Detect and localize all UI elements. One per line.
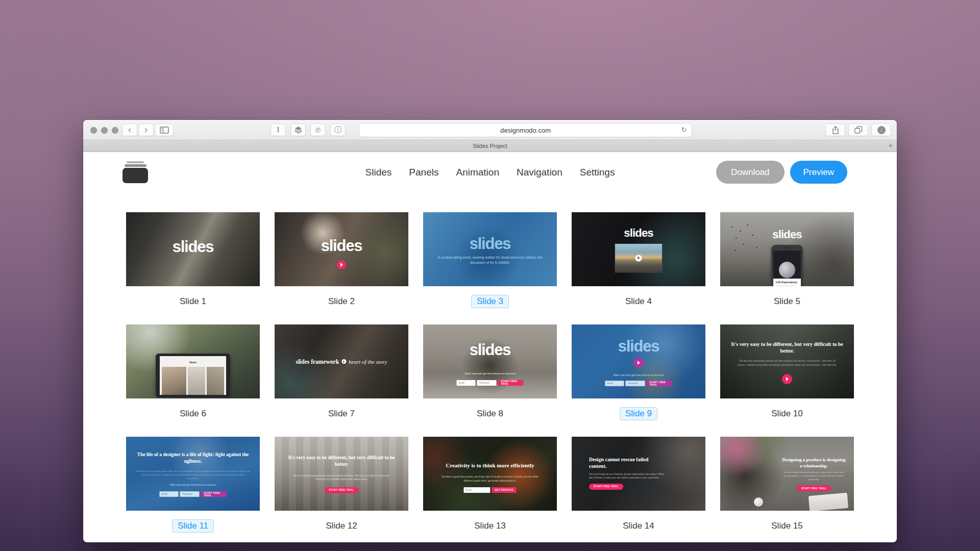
- tablet-screen: Ideas: [160, 356, 226, 395]
- slide-12-label[interactable]: Slide 12: [320, 519, 362, 533]
- pinterest-extension-button[interactable]: ℗: [311, 124, 325, 136]
- sidebar-toggle-button[interactable]: [155, 124, 173, 136]
- slide-2-thumbnail[interactable]: slides: [275, 212, 408, 286]
- slide-6-thumbnail[interactable]: Ideas: [126, 324, 260, 398]
- download-button[interactable]: Download: [716, 161, 785, 184]
- slide-headline: The life of a designer is a life of figh…: [134, 452, 252, 465]
- layers-extension-button[interactable]: [291, 124, 305, 136]
- pinterest-icon: ℗: [315, 126, 321, 134]
- slides-grid: slides Slide 1 slides Slide 2 slides In …: [126, 212, 854, 533]
- serif-i-icon: I: [277, 126, 280, 134]
- slide-15-label[interactable]: Slide 15: [766, 519, 808, 533]
- back-button[interactable]: ‹: [122, 124, 137, 136]
- window-controls: [90, 127, 118, 134]
- slide-10-label[interactable]: Slide 10: [766, 407, 808, 420]
- slide-11-label[interactable]: Slide 11: [172, 519, 214, 533]
- slide-8-thumbnail[interactable]: slides Start now and get free bonus on a…: [423, 324, 557, 398]
- reader-extension-button[interactable]: I: [271, 124, 285, 136]
- downloads-button[interactable]: ↓: [872, 124, 891, 136]
- close-window-button[interactable]: [90, 127, 97, 134]
- zoom-window-button[interactable]: [112, 127, 118, 134]
- share-button[interactable]: [826, 124, 845, 136]
- slide-13-label[interactable]: Slide 13: [469, 519, 511, 533]
- slide-14-thumbnail[interactable]: Design cannot rescue failed content. You…: [572, 437, 705, 511]
- slide-4-label[interactable]: Slide 4: [620, 295, 657, 308]
- slide-card-8: slides Start now and get free bonus on a…: [423, 324, 557, 420]
- phone-speaker: [784, 247, 790, 248]
- tab-slides-project[interactable]: Slides Project: [473, 143, 507, 149]
- password-input: Password: [626, 381, 645, 386]
- page-content: Slides Panels Animation Navigation Setti…: [83, 152, 897, 542]
- info-extension-button[interactable]: ⓘ: [331, 124, 345, 136]
- tagline-text: heart of the story: [349, 359, 387, 365]
- slide-card-6: Ideas Slide 6: [126, 324, 260, 420]
- slide-5-thumbnail[interactable]: slides Life Expectancy: [720, 212, 854, 286]
- iphone-mockup: Life Expectancy: [771, 245, 803, 286]
- play-icon: [782, 374, 792, 384]
- slides-logo-text: slides: [321, 238, 362, 254]
- signup-note: Start now and get free bonus on account: [430, 372, 550, 375]
- nav-item-animation[interactable]: Animation: [456, 167, 499, 178]
- slide-4-thumbnail[interactable]: slides: [572, 212, 705, 286]
- extension-buttons: I ℗ ⓘ: [271, 124, 345, 136]
- slide-card-15: Designing a product is designing a relat…: [720, 437, 854, 533]
- slide-subtitle: In a meat-eating world, wearing leather …: [434, 255, 546, 266]
- logo-line-middle: [125, 164, 146, 167]
- forward-button[interactable]: ›: [139, 124, 153, 136]
- slide-11-thumbnail[interactable]: The life of a designer is a life of figh…: [126, 437, 260, 511]
- new-tab-button[interactable]: +: [889, 141, 893, 149]
- slide-headline: Designing a product is designing a relat…: [782, 457, 846, 469]
- slide-2-label[interactable]: Slide 2: [323, 295, 360, 308]
- nav-item-panels[interactable]: Panels: [409, 167, 438, 178]
- cta-button: START FREE TRIAL: [325, 487, 359, 493]
- minimize-window-button[interactable]: [101, 127, 108, 134]
- slide-card-11: The life of a designer is a life of figh…: [126, 437, 260, 533]
- nav-item-navigation[interactable]: Navigation: [517, 167, 562, 178]
- slide-5-label[interactable]: Slide 5: [768, 295, 806, 308]
- tablet-app-title: Ideas: [189, 361, 197, 364]
- cta-button: START FREE TRIAL: [589, 484, 623, 490]
- reload-icon[interactable]: ↻: [681, 126, 687, 134]
- slide-headline: Creativity is to think more efficiently: [428, 462, 551, 469]
- cta-button: START FREE TRIAL: [646, 381, 672, 386]
- signup-note: Start now and get free bonus on account: [133, 483, 253, 486]
- slide-8-label[interactable]: Slide 8: [471, 407, 509, 420]
- url-text: designmodo.com: [500, 127, 551, 134]
- slide-card-5: slides Life Expectancy: [720, 212, 854, 308]
- phone-screen: Life Expectancy: [773, 251, 801, 286]
- slide-card-2: slides Slide 2: [275, 212, 408, 308]
- slides-logo-text: slides: [618, 338, 659, 354]
- slide-12-thumbnail[interactable]: It's very easy to be different, but very…: [275, 437, 408, 511]
- nav-item-slides[interactable]: Slides: [365, 167, 392, 178]
- slide-13-thumbnail[interactable]: Creativity is to think more efficiently …: [423, 437, 557, 511]
- address-bar[interactable]: designmodo.com ↻: [359, 123, 692, 137]
- slides-logo-text: slides: [772, 229, 802, 240]
- main-navigation: Slides Panels Animation Navigation Setti…: [365, 167, 615, 178]
- slide-14-label[interactable]: Slide 14: [617, 519, 659, 533]
- share-icon: [832, 126, 839, 134]
- slide-7-thumbnail[interactable]: slides framework heart of the story: [275, 324, 408, 398]
- password-input: Password: [477, 380, 496, 386]
- slides-app-logo[interactable]: [122, 161, 148, 183]
- download-icon: ↓: [877, 126, 886, 134]
- preview-button[interactable]: Preview: [790, 161, 847, 184]
- play-icon: [635, 255, 642, 261]
- slide-1-thumbnail[interactable]: slides: [126, 212, 260, 286]
- slide-3-label[interactable]: Slide 3: [471, 295, 509, 308]
- slide-1-label[interactable]: Slide 1: [174, 295, 212, 308]
- nav-item-settings[interactable]: Settings: [580, 167, 615, 178]
- slide-6-label[interactable]: Slide 6: [174, 407, 212, 420]
- show-tabs-button[interactable]: [849, 124, 868, 136]
- photo-thumb: [207, 367, 224, 395]
- slide-7-label[interactable]: Slide 7: [323, 407, 360, 420]
- slide-9-thumbnail[interactable]: slides Start now and get free bonus on a…: [572, 324, 705, 398]
- slide-paragraph: Planning is for the world's great cities…: [135, 469, 250, 481]
- logo-line-top: [127, 161, 144, 163]
- slide-9-label[interactable]: Slide 9: [620, 407, 657, 420]
- slide-15-thumbnail[interactable]: Designing a product is designing a relat…: [720, 437, 854, 511]
- email-input: Email: [160, 491, 179, 497]
- slide-3-thumbnail[interactable]: slides In a meat-eating world, wearing l…: [423, 212, 557, 286]
- slide-paragraph: So when a good idea comes, you know, par…: [439, 475, 541, 483]
- signup-form: Email Password START FREE TRIAL: [605, 381, 672, 386]
- slide-10-thumbnail[interactable]: It's very easy to be different, but very…: [720, 324, 854, 398]
